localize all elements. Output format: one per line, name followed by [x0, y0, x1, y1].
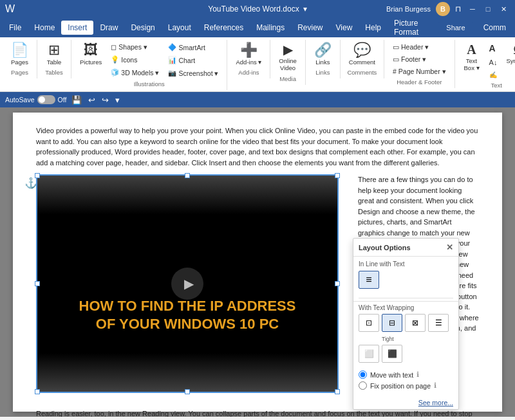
menu-review[interactable]: Review — [291, 21, 329, 35]
ribbon: 📄 Pages Pages ⊞ Table Tables 🖼 Pictures — [0, 37, 515, 92]
wordart-button[interactable]: A — [486, 41, 501, 55]
comments-group-label: Comments — [346, 69, 379, 76]
video-gradient-top — [37, 176, 337, 214]
move-with-text-info-icon: ℹ — [417, 370, 419, 379]
customize-qat-icon[interactable]: ▾ — [114, 94, 121, 106]
fix-position-input[interactable] — [359, 381, 367, 390]
footer-button[interactable]: ▭ Footer ▾ — [389, 53, 449, 65]
autosave-toggle[interactable]: AutoSave Off — [5, 95, 66, 104]
page-number-button[interactable]: # Page Number ▾ — [389, 66, 449, 77]
fix-position-radio[interactable]: Fix position on page ℹ — [359, 381, 453, 390]
body-text-paragraph: Video provides a powerful way to help yo… — [36, 125, 479, 168]
wrap-square-option[interactable]: ⊡ — [359, 314, 379, 332]
move-with-text-radio[interactable]: Move with text ℹ — [359, 370, 453, 379]
resize-handle-tm[interactable] — [185, 173, 190, 178]
see-more-link[interactable]: See more... — [353, 396, 458, 409]
inline-option[interactable]: ≡ — [359, 271, 379, 289]
menu-design[interactable]: Design — [124, 21, 161, 35]
resize-handle-tl[interactable] — [35, 173, 40, 178]
icons-button[interactable]: 💡 Icons — [108, 53, 162, 66]
symbols-button[interactable]: Ω Symbols — [503, 41, 515, 66]
maximize-button[interactable]: □ — [482, 3, 494, 15]
ribbon-group-addins: ➕ Add-ins ▾ Add-ins — [227, 40, 270, 78]
ribbon-group-links: 🔗 Links Links — [306, 40, 341, 78]
ribbon-group-hf: ▭ Header ▾ ▭ Footer ▾ # Page Number ▾ He… — [384, 40, 455, 88]
ribbon-group-illustrations: 🖼 Pictures ◻ Shapes ▾ 💡 Icons 🧊 3D Model… — [71, 40, 227, 90]
video-play-button[interactable] — [171, 268, 203, 300]
ribbon-minimize-icon[interactable]: ⊓ — [455, 5, 461, 14]
resize-handle-tr[interactable] — [335, 173, 340, 178]
wrap-behind-option[interactable]: ⬜ — [359, 345, 379, 363]
illustrations-group-label: Illustrations — [77, 80, 221, 87]
addins-icon: ➕ — [240, 43, 258, 57]
autosave-switch[interactable] — [37, 95, 55, 104]
resize-handle-br[interactable] — [335, 389, 340, 394]
tight-label: Tight — [382, 336, 394, 342]
addins-button[interactable]: ➕ Add-ins ▾ — [232, 41, 265, 68]
wrap-front-option[interactable]: ⬛ — [382, 345, 402, 363]
menu-mailings[interactable]: Mailings — [250, 21, 291, 35]
minimize-button[interactable]: ─ — [466, 3, 479, 15]
user-avatar[interactable]: B — [436, 2, 450, 16]
wrap-topbottom-option[interactable]: ☰ — [428, 314, 449, 332]
pages-button[interactable]: 📄 Pages — [8, 41, 32, 68]
document-page: Video provides a powerful way to help yo… — [13, 113, 502, 412]
menu-insert[interactable]: Insert — [61, 21, 93, 35]
menu-layout[interactable]: Layout — [162, 21, 198, 35]
pages-icon: 📄 — [11, 43, 28, 57]
inline-section: In Line with Text ≡ — [353, 257, 458, 295]
save-icon[interactable]: 💾 — [70, 94, 83, 106]
wrap-through-option[interactable]: ⊠ — [405, 314, 426, 332]
ribbon-group-media: ▶ OnlineVideo Media — [270, 40, 305, 85]
layout-radio-group: Move with text ℹ Fix position on page ℹ — [353, 368, 458, 396]
resize-handle-bm[interactable] — [185, 389, 190, 394]
menu-picture-format[interactable]: Picture Format — [388, 16, 438, 39]
close-button[interactable]: ✕ — [497, 3, 510, 15]
dropcap-button[interactable]: A↓ — [486, 57, 501, 68]
layout-close-button[interactable]: ✕ — [446, 242, 453, 252]
inline-label: In Line with Text — [359, 260, 453, 268]
resize-handle-ml[interactable] — [35, 281, 40, 286]
smartart-button[interactable]: 🔷 SmartArt — [165, 41, 221, 53]
menu-file[interactable]: File — [3, 21, 28, 35]
chart-button[interactable]: 📊 Chart — [165, 54, 221, 66]
table-button[interactable]: ⊞ Table — [42, 41, 66, 68]
wrap-through-icon: ⊠ — [412, 318, 418, 327]
layout-panel-header: Layout Options ✕ — [353, 239, 458, 257]
menu-view[interactable]: View — [330, 21, 359, 35]
text-extras-col: A A↓ ✍ — [486, 41, 501, 80]
signline-button[interactable]: ✍ — [486, 69, 501, 80]
video-frame-wrapper: ⚓ HOW TO FIND THE IP ADDRESS OF YOUR WIN… — [36, 174, 349, 398]
menu-references[interactable]: References — [198, 21, 250, 35]
wrap-tight-option[interactable]: ⊟ — [382, 314, 402, 332]
text-box-button[interactable]: A TextBox ▾ — [460, 41, 483, 74]
menu-draw[interactable]: Draw — [93, 21, 124, 35]
comment-button[interactable]: 💬 Comment — [346, 41, 379, 68]
pictures-button[interactable]: 🖼 Pictures — [77, 41, 105, 68]
menu-home[interactable]: Home — [28, 21, 61, 35]
inline-icon: ≡ — [366, 274, 371, 286]
share-button[interactable]: Share — [438, 22, 473, 33]
app-icon: W — [5, 3, 15, 15]
header-icon: ▭ — [393, 43, 399, 51]
wrap-front-icon: ⬛ — [388, 349, 397, 358]
online-video-button[interactable]: ▶ OnlineVideo — [276, 41, 299, 74]
move-with-text-input[interactable] — [359, 370, 367, 379]
undo-icon[interactable]: ↩ — [87, 94, 97, 106]
shapes-icon: ◻ — [111, 43, 117, 51]
menu-help[interactable]: Help — [359, 21, 388, 35]
links-button[interactable]: 🔗 Links — [311, 41, 335, 68]
autosave-state: Off — [58, 96, 67, 104]
page-number-icon: # — [393, 68, 397, 75]
resize-handle-mr[interactable] — [335, 281, 340, 286]
filename-dropdown-icon[interactable]: ▾ — [303, 5, 307, 14]
3d-models-button[interactable]: 🧊 3D Models ▾ — [108, 66, 162, 78]
video-thumbnail[interactable]: HOW TO FIND THE IP ADDRESS OF YOUR WINDO… — [36, 174, 339, 393]
menu-comments[interactable]: Comm — [477, 21, 512, 35]
header-button[interactable]: ▭ Header ▾ — [389, 41, 449, 53]
redo-icon[interactable]: ↪ — [100, 94, 110, 106]
shapes-button[interactable]: ◻ Shapes ▾ — [108, 41, 162, 53]
wrap-topbottom-icon: ☰ — [435, 318, 442, 327]
resize-handle-bl[interactable] — [35, 389, 40, 394]
screenshot-button[interactable]: 📷 Screenshot ▾ — [165, 67, 221, 79]
